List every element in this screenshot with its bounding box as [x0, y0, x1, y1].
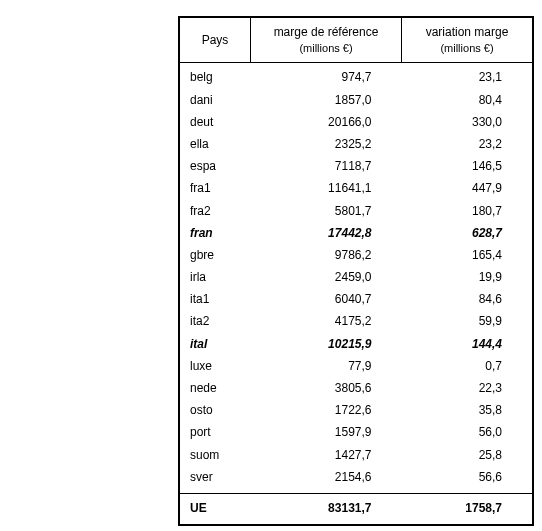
table-body: belg974,723,1dani1857,080,4deut20166,033… — [179, 63, 533, 525]
cell-pays: espa — [179, 155, 251, 177]
cell-var: 0,7 — [402, 355, 534, 377]
cell-ref: 2325,2 — [251, 133, 402, 155]
header-ref: marge de référence (millions €) — [251, 17, 402, 63]
table-row: espa7118,7146,5 — [179, 155, 533, 177]
cell-ref: 6040,7 — [251, 288, 402, 310]
cell-pays: sver — [179, 466, 251, 494]
cell-ref: 1427,7 — [251, 444, 402, 466]
cell-pays: belg — [179, 63, 251, 89]
header-var-l1: variation marge — [426, 25, 509, 39]
table-row: suom1427,725,8 — [179, 444, 533, 466]
table-row: deut20166,0330,0 — [179, 111, 533, 133]
cell-pays: osto — [179, 399, 251, 421]
header-pays: Pays — [179, 17, 251, 63]
cell-pays: fra1 — [179, 177, 251, 199]
cell-ref: 9786,2 — [251, 244, 402, 266]
cell-var: 25,8 — [402, 444, 534, 466]
cell-ref: 7118,7 — [251, 155, 402, 177]
table-row: ella2325,223,2 — [179, 133, 533, 155]
cell-pays: deut — [179, 111, 251, 133]
table-row: dani1857,080,4 — [179, 89, 533, 111]
cell-ref: 2154,6 — [251, 466, 402, 494]
cell-var: 56,6 — [402, 466, 534, 494]
cell-ref: 10215,9 — [251, 333, 402, 355]
table-row: irla2459,019,9 — [179, 266, 533, 288]
total-row: UE83131,71758,7 — [179, 493, 533, 525]
cell-var: 84,6 — [402, 288, 534, 310]
cell-var: 146,5 — [402, 155, 534, 177]
total-ref: 83131,7 — [251, 493, 402, 525]
cell-var: 23,2 — [402, 133, 534, 155]
table-row: gbre9786,2165,4 — [179, 244, 533, 266]
header-var: variation marge (millions €) — [402, 17, 534, 63]
cell-ref: 17442,8 — [251, 222, 402, 244]
table-row: sver2154,656,6 — [179, 466, 533, 494]
cell-var: 23,1 — [402, 63, 534, 89]
header-row: Pays marge de référence (millions €) var… — [179, 17, 533, 63]
total-var: 1758,7 — [402, 493, 534, 525]
cell-pays: suom — [179, 444, 251, 466]
cell-pays: port — [179, 421, 251, 443]
cell-var: 180,7 — [402, 200, 534, 222]
cell-var: 22,3 — [402, 377, 534, 399]
table-row: ita24175,259,9 — [179, 310, 533, 332]
cell-ref: 4175,2 — [251, 310, 402, 332]
header-ref-l2: (millions €) — [299, 42, 352, 54]
cell-pays: dani — [179, 89, 251, 111]
table-row: port1597,956,0 — [179, 421, 533, 443]
table-row: luxe77,90,7 — [179, 355, 533, 377]
cell-pays: ita1 — [179, 288, 251, 310]
cell-var: 80,4 — [402, 89, 534, 111]
table-row: fra111641,1447,9 — [179, 177, 533, 199]
cell-var: 19,9 — [402, 266, 534, 288]
margins-table: Pays marge de référence (millions €) var… — [178, 16, 534, 526]
cell-var: 59,9 — [402, 310, 534, 332]
cell-ref: 3805,6 — [251, 377, 402, 399]
cell-ref: 1597,9 — [251, 421, 402, 443]
total-pays: UE — [179, 493, 251, 525]
cell-ref: 1722,6 — [251, 399, 402, 421]
cell-var: 447,9 — [402, 177, 534, 199]
table-row: belg974,723,1 — [179, 63, 533, 89]
cell-var: 165,4 — [402, 244, 534, 266]
cell-ref: 77,9 — [251, 355, 402, 377]
header-var-l2: (millions €) — [440, 42, 493, 54]
cell-var: 144,4 — [402, 333, 534, 355]
cell-pays: ital — [179, 333, 251, 355]
cell-ref: 11641,1 — [251, 177, 402, 199]
cell-ref: 1857,0 — [251, 89, 402, 111]
cell-ref: 5801,7 — [251, 200, 402, 222]
table-row: fra25801,7180,7 — [179, 200, 533, 222]
table-row: ita16040,784,6 — [179, 288, 533, 310]
cell-var: 35,8 — [402, 399, 534, 421]
cell-pays: luxe — [179, 355, 251, 377]
cell-var: 330,0 — [402, 111, 534, 133]
cell-pays: fra2 — [179, 200, 251, 222]
cell-ref: 2459,0 — [251, 266, 402, 288]
cell-pays: irla — [179, 266, 251, 288]
table-row: nede3805,622,3 — [179, 377, 533, 399]
header-ref-l1: marge de référence — [274, 25, 379, 39]
cell-var: 56,0 — [402, 421, 534, 443]
cell-ref: 20166,0 — [251, 111, 402, 133]
table-row: fran17442,8628,7 — [179, 222, 533, 244]
cell-pays: ita2 — [179, 310, 251, 332]
cell-pays: gbre — [179, 244, 251, 266]
cell-ref: 974,7 — [251, 63, 402, 89]
cell-pays: fran — [179, 222, 251, 244]
cell-var: 628,7 — [402, 222, 534, 244]
cell-pays: nede — [179, 377, 251, 399]
table-row: osto1722,635,8 — [179, 399, 533, 421]
header-pays-label: Pays — [202, 33, 229, 47]
table-row: ital10215,9144,4 — [179, 333, 533, 355]
cell-pays: ella — [179, 133, 251, 155]
